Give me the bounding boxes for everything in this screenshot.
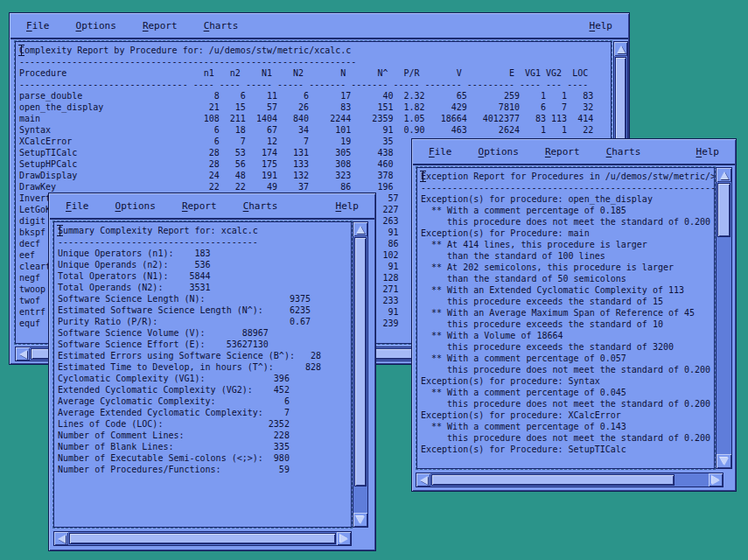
report-line: this procedure does not meet the standar… [421, 364, 714, 375]
report-line: Unique Operators (n1): 183 [58, 248, 351, 259]
menu-item[interactable]: File [66, 200, 89, 212]
scroll-down-icon[interactable] [717, 454, 731, 468]
report-line: Cyclomatic Complexity (VG1): 396 [58, 373, 351, 384]
exception-report-text[interactable]: Exception Report for Procedures in /u/de… [416, 167, 715, 469]
menu-item[interactable]: Options [115, 200, 156, 212]
report-line: than the standard of 100 lines [421, 250, 714, 262]
report-line: Exception(s) for procedure: XCalcError [421, 410, 714, 421]
scroll-right-icon[interactable] [337, 532, 351, 545]
horizontal-scrollbar[interactable] [416, 472, 724, 487]
report-line: this procedure exceeds the standard of 1… [421, 318, 714, 330]
report-line: main 108 211 1404 840 2244 2359 1.05 186… [19, 113, 611, 124]
menu-item-help[interactable]: Help [696, 146, 720, 158]
scroll-left-icon[interactable] [416, 473, 430, 486]
report-line: open_the_display 21 15 57 26 83 151 1.82… [19, 102, 611, 113]
report-line: Estimated Errors using Software Science … [58, 350, 351, 361]
report-line: Average Cyclomatic Complexity: 6 [58, 396, 351, 407]
report-line: this procedure does not meet the standar… [421, 216, 714, 228]
summary-menu-bar: FileOptionsReportCharts Help [50, 194, 374, 220]
menu-item[interactable]: Charts [606, 146, 641, 158]
scroll-left-icon[interactable] [16, 347, 30, 360]
scroll-down-icon[interactable] [353, 513, 367, 527]
report-line: Software Science Effort (E): 53627130 [58, 339, 351, 350]
scroll-up-icon[interactable] [717, 168, 731, 182]
report-line: Software Science Length (N): 9375 [58, 293, 351, 304]
report-line: ** With a comment percentage of 0.185 [421, 205, 714, 216]
report-line: Complexity Report by Procedure for: /u/d… [19, 45, 611, 56]
report-line: Purity Ratio (P/R): 0.67 [58, 316, 351, 327]
vertical-scrollbar[interactable] [716, 167, 732, 469]
report-line: Syntax 6 18 67 34 101 91 0.90 463 2624 1… [19, 124, 611, 136]
report-line: ** With an Extended Cyclomatic Complexit… [421, 284, 714, 296]
report-line: Procedure n1 n2 N1 N2 N N^ P/R V E VG1 V… [19, 67, 611, 79]
scroll-right-icon[interactable] [709, 473, 723, 486]
menu-item[interactable]: File [26, 20, 50, 32]
report-line: Exception(s) for procedure: Syntax [421, 375, 714, 387]
summary-report-window: FileOptionsReportCharts Help Summary Com… [48, 192, 376, 551]
report-line: ----------------------------------------… [421, 182, 714, 193]
report-line: ** With a Volume of 18664 [421, 330, 714, 341]
menu-item[interactable]: File [429, 146, 452, 158]
report-line: Number of Blank Lines: 335 [58, 441, 351, 452]
report-line: ----------------------------------------… [19, 56, 611, 67]
report-line: -------------------------------- ---- --… [19, 79, 611, 90]
report-line: Unique Operands (n2): 536 [58, 259, 351, 270]
report-line: Lines of Code (LOC): 2352 [58, 418, 351, 430]
report-line: Summary Complexity Report for: xcalc.c [58, 225, 351, 236]
menu-item[interactable]: Report [182, 200, 217, 212]
menu-item[interactable]: Options [76, 20, 116, 32]
scrollbar-thumb[interactable] [717, 183, 731, 237]
report-line: than the standard of 50 semicolons [421, 273, 714, 284]
horizontal-scrollbar[interactable] [53, 531, 352, 546]
text-cursor-icon [57, 225, 63, 236]
report-line: ** With a comment percentage of 0.143 [421, 421, 714, 432]
report-line: Exception Report for Procedures in /u/de… [421, 171, 714, 182]
exception-menu-bar: FileOptionsReportCharts Help [413, 140, 735, 165]
scrollbar-thumb[interactable] [354, 237, 367, 486]
menu-item[interactable]: Charts [243, 200, 278, 212]
menu-item[interactable]: Charts [204, 20, 239, 32]
text-cursor-icon [18, 45, 24, 56]
procedure-menu-bar: FileOptionsReportCharts Help [10, 14, 628, 39]
report-line: ** With an Average Maximum Span of Refer… [421, 307, 714, 318]
report-line: Estimated Time to Develop, in hours (T^)… [58, 361, 351, 373]
report-line: Exception(s) for Procedure: SetupTICalc [421, 444, 714, 455]
report-line: parse_double 8 6 11 6 17 40 2.32 65 259 … [19, 90, 611, 102]
report-line: Total Operators (N1): 5844 [58, 270, 351, 282]
menu-item-help[interactable]: Help [336, 200, 360, 212]
report-line: ** With a comment percentage of 0.057 [421, 353, 714, 364]
report-line: Number of Executable Semi-colons (<;>): … [58, 452, 351, 464]
scrollbar-thumb[interactable] [431, 474, 675, 486]
scrollbar-thumb[interactable] [69, 533, 336, 544]
menu-item[interactable]: Report [545, 146, 580, 158]
report-line: Number of Procedures/Functions: 59 [58, 464, 351, 475]
report-line: ** At 202 semicolons, this procedure is … [421, 262, 714, 273]
scroll-up-icon[interactable] [353, 222, 367, 236]
vertical-scrollbar[interactable] [353, 221, 368, 528]
report-line: Number of Comment Lines: 228 [58, 430, 351, 441]
report-line: Average Extended Cyclomatic Complexity: … [58, 407, 351, 418]
exception-report-window: FileOptionsReportCharts Help Exception R… [411, 138, 737, 492]
summary-report-text[interactable]: Summary Complexity Report for: xcalc.c--… [53, 221, 352, 528]
report-line: this procedure exceeds the standard of 1… [421, 296, 714, 307]
report-line: this procedure exceeds the standard of 3… [421, 341, 714, 353]
report-line: this procedure does not meet the standar… [421, 398, 714, 410]
report-line: Exception(s) for Procedure: main [421, 228, 714, 239]
report-line: ** At 414 lines, this procedure is large… [421, 239, 714, 250]
report-line: Estimated Software Science Length (N^): … [58, 304, 351, 316]
text-cursor-icon [420, 171, 426, 182]
report-line: Extended Cyclomatic Complexity (VG2): 45… [58, 384, 351, 396]
report-line: Exception(s) for procedure: open_the_dis… [421, 193, 714, 205]
menu-item-help[interactable]: Help [590, 20, 613, 32]
menu-item[interactable]: Options [479, 146, 519, 158]
menu-item[interactable]: Report [143, 20, 178, 32]
report-line: Total Operands (N2): 3531 [58, 282, 351, 293]
scroll-up-icon[interactable] [614, 42, 627, 56]
report-line: Software Science Volume (V): 88967 [58, 327, 351, 339]
report-line: -------------------------------------- [58, 236, 351, 248]
scroll-left-icon[interactable] [54, 532, 68, 545]
report-line: this procedure does not meet the standar… [421, 432, 714, 444]
report-line: ** With a comment percentage of 0.045 [421, 387, 714, 398]
